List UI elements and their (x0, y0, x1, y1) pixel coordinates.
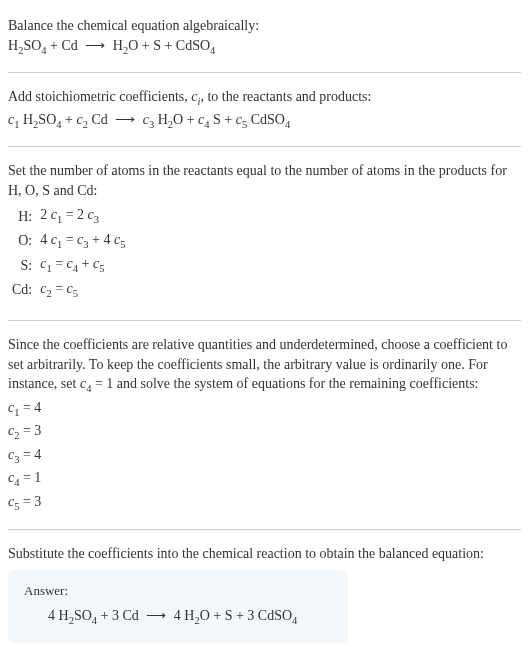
atom-label: O: (8, 229, 36, 253)
table-row: Cd:c2 = c5 (8, 278, 129, 302)
table-row: H:2 c1 = 2 c3 (8, 204, 129, 228)
final-section: Substitute the coefficients into the che… (8, 536, 521, 647)
divider (8, 529, 521, 530)
intro-section: Balance the chemical equation algebraica… (8, 8, 521, 66)
coefficient-line: c1 = 4 (8, 398, 521, 420)
answer-label: Answer: (24, 582, 332, 600)
intro-equation: H2SO4 + Cd ⟶ H2O + S + CdSO4 (8, 36, 521, 58)
answer-box: Answer: 4 H2SO4 + 3 Cd ⟶ 4 H2O + S + 3 C… (8, 570, 348, 643)
atoms-table: H:2 c1 = 2 c3O:4 c1 = c3 + 4 c5S:c1 = c4… (8, 204, 129, 302)
atoms-section: Set the number of atoms in the reactants… (8, 153, 521, 314)
stoich-text: Add stoichiometric coefficients, ci, to … (8, 87, 521, 109)
answer-equation: 4 H2SO4 + 3 Cd ⟶ 4 H2O + S + 3 CdSO4 (24, 606, 332, 628)
divider (8, 72, 521, 73)
atom-label: H: (8, 204, 36, 228)
final-intro: Substitute the coefficients into the che… (8, 544, 521, 564)
atom-equation: 2 c1 = 2 c3 (36, 204, 129, 228)
stoich-equation: c1 H2SO4 + c2 Cd ⟶ c3 H2O + c4 S + c5 Cd… (8, 110, 521, 132)
solve-lines: c1 = 4c2 = 3c3 = 4c4 = 1c5 = 3 (8, 398, 521, 514)
atom-equation: c1 = c4 + c5 (36, 253, 129, 277)
solve-intro: Since the coefficients are relative quan… (8, 335, 521, 397)
atoms-intro: Set the number of atoms in the reactants… (8, 161, 521, 200)
stoich-section: Add stoichiometric coefficients, ci, to … (8, 79, 521, 140)
coefficient-line: c5 = 3 (8, 492, 521, 514)
divider (8, 146, 521, 147)
table-row: S:c1 = c4 + c5 (8, 253, 129, 277)
coefficient-line: c4 = 1 (8, 468, 521, 490)
intro-text: Balance the chemical equation algebraica… (8, 16, 521, 36)
atom-equation: c2 = c5 (36, 278, 129, 302)
atom-label: S: (8, 253, 36, 277)
solve-section: Since the coefficients are relative quan… (8, 327, 521, 523)
coefficient-line: c2 = 3 (8, 421, 521, 443)
atom-label: Cd: (8, 278, 36, 302)
coefficient-line: c3 = 4 (8, 445, 521, 467)
divider (8, 320, 521, 321)
table-row: O:4 c1 = c3 + 4 c5 (8, 229, 129, 253)
atom-equation: 4 c1 = c3 + 4 c5 (36, 229, 129, 253)
